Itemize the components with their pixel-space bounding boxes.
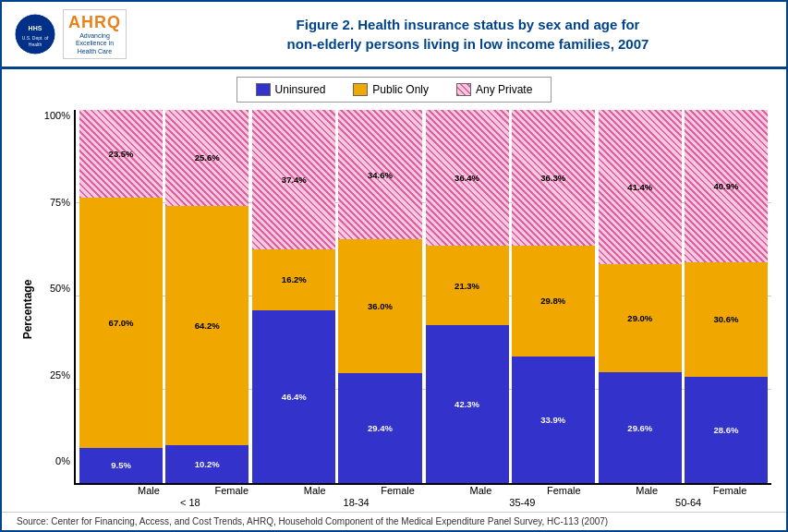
bar-50-64-Male: 29.6%29.0%41.4%	[599, 110, 682, 483]
seg-gold-18-34-Female: 36.0%	[338, 239, 421, 373]
x-sex-label-50-64-Female: Female	[688, 485, 771, 496]
y-tick-75: 75%	[41, 197, 74, 208]
seg-pink-50-64-Female: 40.9%	[685, 110, 768, 262]
seg-pink-18-34-Female: 34.6%	[338, 110, 421, 239]
seg-gold-35-49-Male: 21.3%	[426, 246, 509, 325]
seg-pink-< 18-Male: 23.5%	[79, 110, 163, 198]
x-age-group-< 18: MaleFemale< 18	[107, 485, 273, 508]
chart-body: Percentage 0% 25% 50% 75% 100%	[17, 110, 771, 508]
footer: Source: Center for Financing, Access, an…	[2, 512, 786, 530]
bar-< 18-Male: 9.5%67.0%23.5%	[79, 110, 163, 483]
x-sex-label-35-49-Female: Female	[522, 485, 605, 496]
footer-text: Source: Center for Financing, Access, an…	[17, 516, 608, 526]
title-line1: Figure 2. Health insurance status by sex…	[161, 15, 775, 34]
ahrq-sub: AdvancingExcellence inHealth Care	[76, 32, 114, 55]
seg-blue-< 18-Female: 10.2%	[165, 445, 249, 483]
seg-pink-50-64-Male: 41.4%	[599, 110, 682, 264]
title-line2: non-elderly persons living in low income…	[161, 34, 775, 54]
age-group-50-64: 29.6%29.0%41.4%28.6%30.6%40.9%	[599, 110, 768, 483]
legend-item-public: Public Only	[353, 83, 429, 96]
legend-swatch-pink	[456, 83, 471, 96]
svg-text:Health: Health	[29, 42, 42, 47]
seg-pink-35-49-Female: 36.3%	[512, 110, 595, 246]
x-sex-label-< 18-Male: Male	[107, 485, 190, 496]
x-age-group-18-34: MaleFemale18-34	[273, 485, 440, 508]
x-age-group-35-49: MaleFemale35-49	[440, 485, 606, 508]
seg-gold-< 18-Male: 67.0%	[79, 198, 163, 448]
legend-label-public: Public Only	[372, 83, 429, 96]
legend-label-uninsured: Uninsured	[275, 83, 326, 96]
x-labels-row: MaleFemale< 18MaleFemale18-34MaleFemale3…	[41, 485, 771, 508]
seg-blue-50-64-Male: 29.6%	[599, 372, 682, 483]
y-tick-50: 50%	[41, 283, 74, 294]
y-tick-25: 25%	[41, 369, 74, 381]
seg-gold-50-64-Female: 30.6%	[685, 262, 768, 377]
y-axis-label: Percentage	[21, 279, 34, 339]
seg-blue-18-34-Female: 29.4%	[338, 373, 421, 483]
ahrq-text: AHRQ	[68, 13, 121, 32]
seg-blue-50-64-Female: 28.6%	[685, 377, 768, 483]
y-tick-0: 0%	[41, 455, 74, 466]
seg-blue-35-49-Female: 33.9%	[512, 357, 595, 483]
x-age-group-50-64: MaleFemale50-64	[605, 485, 771, 508]
seg-gold-18-34-Male: 16.2%	[252, 249, 335, 309]
bars-row: 9.5%67.0%23.5%10.2%64.2%25.6%46.4%16.2%3…	[74, 110, 771, 485]
age-group-< 18: 9.5%67.0%23.5%10.2%64.2%25.6%	[79, 110, 249, 483]
chart-inner: 0% 25% 50% 75% 100% 9.5%67.0%2	[41, 110, 771, 508]
y-axis: 0% 25% 50% 75% 100%	[41, 110, 74, 485]
seg-pink-18-34-Male: 37.4%	[252, 110, 335, 249]
bar-35-49-Female: 33.9%29.8%36.3%	[512, 110, 595, 483]
bar-35-49-Male: 42.3%21.3%36.4%	[426, 110, 509, 483]
legend-item-private: Any Private	[456, 83, 532, 96]
seg-blue-< 18-Male: 9.5%	[79, 448, 163, 483]
seg-pink-< 18-Female: 25.6%	[165, 110, 249, 205]
x-sex-label-< 18-Female: Female	[190, 485, 273, 496]
seg-blue-35-49-Male: 42.3%	[426, 325, 509, 483]
seg-gold-50-64-Male: 29.0%	[599, 264, 682, 372]
seg-blue-18-34-Male: 46.4%	[252, 310, 335, 483]
ahrq-logo: AHRQ AdvancingExcellence inHealth Care	[63, 9, 127, 59]
age-group-35-49: 42.3%21.3%36.4%33.9%29.8%36.3%	[426, 110, 595, 483]
chart-title: Figure 2. Health insurance status by sex…	[161, 15, 775, 54]
legend-swatch-blue	[256, 83, 271, 96]
bar-< 18-Female: 10.2%64.2%25.6%	[165, 110, 249, 483]
header: HHS U.S. Dept. of Health AHRQ AdvancingE…	[2, 2, 786, 69]
bar-18-34-Female: 29.4%36.0%34.6%	[338, 110, 421, 483]
bar-50-64-Female: 28.6%30.6%40.9%	[685, 110, 768, 483]
bar-18-34-Male: 46.4%16.2%37.4%	[252, 110, 335, 483]
hhs-logo-icon: HHS U.S. Dept. of Health	[13, 12, 57, 56]
logo-area: HHS U.S. Dept. of Health AHRQ AdvancingE…	[13, 9, 161, 59]
seg-gold-35-49-Female: 29.8%	[512, 246, 595, 357]
x-age-label-35-49: 35-49	[509, 497, 535, 508]
x-age-label-18-34: 18-34	[344, 497, 370, 508]
age-group-18-34: 46.4%16.2%37.4%29.4%36.0%34.6%	[252, 110, 421, 483]
chart-area: Uninsured Public Only Any Private Percen…	[2, 69, 786, 512]
page-container: HHS U.S. Dept. of Health AHRQ AdvancingE…	[0, 0, 788, 532]
legend-item-uninsured: Uninsured	[256, 83, 326, 96]
x-sex-label-35-49-Male: Male	[440, 485, 523, 496]
svg-text:HHS: HHS	[29, 25, 42, 31]
x-age-label-50-64: 50-64	[675, 497, 701, 508]
y-tick-100: 100%	[41, 110, 74, 121]
x-sex-label-18-34-Female: Female	[357, 485, 440, 496]
svg-text:U.S. Dept. of: U.S. Dept. of	[22, 35, 49, 41]
x-sex-label-50-64-Male: Male	[605, 485, 688, 496]
legend-label-private: Any Private	[476, 83, 532, 96]
y-axis-label-container: Percentage	[17, 110, 39, 508]
svg-point-0	[15, 14, 55, 54]
x-sex-label-18-34-Male: Male	[273, 485, 357, 496]
seg-pink-35-49-Male: 36.4%	[426, 110, 509, 246]
seg-gold-< 18-Female: 64.2%	[165, 206, 249, 445]
bars-and-axes: 0% 25% 50% 75% 100% 9.5%67.0%2	[41, 110, 771, 485]
legend-swatch-gold	[353, 83, 368, 96]
bars-area: 9.5%67.0%23.5%10.2%64.2%25.6%46.4%16.2%3…	[74, 110, 771, 485]
legend: Uninsured Public Only Any Private	[236, 77, 552, 103]
bars-group: 9.5%67.0%23.5%10.2%64.2%25.6%46.4%16.2%3…	[76, 110, 771, 483]
x-age-label-< 18: < 18	[180, 497, 200, 508]
